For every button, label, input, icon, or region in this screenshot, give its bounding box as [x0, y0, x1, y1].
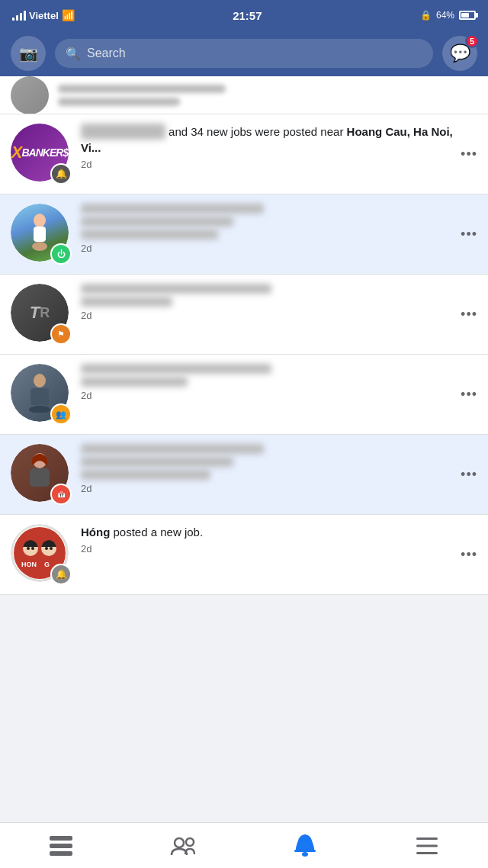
svg-rect-18	[50, 851, 72, 856]
notif-text-man: blurred text line one blurred text line …	[81, 364, 454, 387]
messenger-button[interactable]: 💬 5	[442, 36, 477, 71]
status-time: 21:57	[233, 9, 262, 22]
signal-bar-3	[20, 13, 22, 21]
more-button-tr[interactable]: •••	[461, 307, 477, 323]
svg-rect-4	[30, 388, 49, 405]
more-button-xbankers[interactable]: •••	[461, 146, 477, 162]
svg-point-10	[31, 547, 34, 550]
battery-percent: 64%	[436, 10, 454, 21]
notif-name-hong: Hóng	[81, 526, 110, 538]
more-button-hong[interactable]: •••	[461, 547, 477, 563]
notif-text-tr: blurred text line one blurred text line …	[81, 284, 454, 307]
notif-time-hong: 2d	[81, 543, 454, 555]
nav-item-menu[interactable]	[366, 823, 488, 868]
search-bar[interactable]: 🔍 Search	[55, 39, 433, 68]
bottom-navigation	[0, 822, 488, 868]
badge-power-girl: ⏻	[50, 243, 72, 265]
notif-time-xbankers: 2d	[81, 159, 454, 170]
carrier-name: Viettel	[29, 10, 59, 21]
notification-item-woman[interactable]: 📅 blurred text line one blurred text lin…	[0, 435, 488, 515]
svg-point-5	[29, 406, 50, 413]
badge-bell-xbankers: 🔔	[50, 163, 72, 185]
camera-icon: 📷	[19, 44, 38, 63]
avatar-wrapper-hong: HON G 🔔	[11, 524, 72, 585]
girl-silhouette-icon	[24, 213, 55, 252]
more-button-girl[interactable]: •••	[461, 227, 477, 243]
notif-time-girl: 2d	[81, 243, 454, 254]
newsfeed-icon	[50, 836, 72, 856]
badge-flag-tr: ⚑	[50, 323, 72, 345]
svg-point-3	[34, 374, 46, 387]
svg-rect-24	[416, 844, 438, 847]
menu-icon	[416, 837, 438, 854]
svg-text:G: G	[44, 561, 50, 568]
search-icon: 🔍	[66, 47, 81, 61]
notif-content-man: blurred text line one blurred text line …	[81, 364, 477, 401]
status-left: Viettel 📶	[12, 9, 75, 21]
svg-rect-17	[50, 844, 72, 848]
svg-point-19	[175, 838, 184, 847]
notif-time-woman: 2d	[81, 483, 454, 494]
svg-rect-23	[416, 837, 438, 840]
svg-point-12	[45, 547, 48, 550]
partial-avatar	[11, 76, 49, 114]
notif-content-woman: blurred text line one blurred text line …	[81, 444, 477, 494]
svg-point-13	[50, 547, 53, 550]
svg-rect-21	[294, 850, 316, 852]
more-button-woman[interactable]: •••	[461, 467, 477, 483]
notif-text-girl: blurred text line one blurred text line …	[81, 204, 454, 240]
notification-item-tr[interactable]: T R ⚑ blurred text line one blurred text…	[0, 275, 488, 355]
partial-top-item	[0, 76, 488, 114]
notif-text-woman: blurred text line one blurred text line …	[81, 444, 454, 480]
man-silhouette-icon	[23, 373, 56, 413]
avatar-wrapper-woman: 📅	[11, 444, 72, 505]
status-bar: Viettel 📶 21:57 🔒 64%	[0, 0, 488, 31]
notif-text-hong: Hóng posted a new job.	[81, 524, 454, 540]
notif-time-man: 2d	[81, 390, 454, 401]
notif-time-tr: 2d	[81, 310, 454, 321]
signal-bar-2	[16, 15, 18, 21]
svg-rect-16	[50, 836, 72, 841]
messenger-badge: 5	[465, 34, 479, 48]
avatar-wrapper-tr: T R ⚑	[11, 284, 72, 345]
notif-content-girl: blurred text line one blurred text line …	[81, 204, 477, 254]
svg-rect-7	[30, 468, 50, 487]
signal-bar-1	[12, 18, 14, 21]
svg-rect-25	[416, 852, 438, 854]
svg-point-9	[27, 547, 30, 550]
badge-bell-hong: 🔔	[50, 564, 72, 585]
more-button-man[interactable]: •••	[461, 387, 477, 403]
avatar-wrapper-xbankers: X BANKER$ 🔔	[11, 124, 72, 185]
wifi-icon: 📶	[62, 9, 75, 21]
nav-item-newsfeed[interactable]	[0, 823, 122, 868]
notif-content-tr: blurred text line one blurred text line …	[81, 284, 477, 321]
friends-icon	[170, 835, 196, 857]
notification-feed: X BANKER$ 🔔 XBankers Group and 34 new jo…	[0, 76, 488, 595]
avatar-wrapper-man: 👥	[11, 364, 72, 425]
notif-text-xbankers: XBankers Group and 34 new jobs were post…	[81, 124, 454, 156]
status-right: 🔒 64%	[420, 10, 476, 21]
svg-text:HON: HON	[21, 561, 37, 568]
svg-point-22	[302, 852, 308, 857]
battery-indicator	[459, 11, 476, 20]
notification-item-xbankers[interactable]: X BANKER$ 🔔 XBankers Group and 34 new jo…	[0, 114, 488, 194]
camera-button[interactable]: 📷	[11, 36, 46, 71]
nav-item-notifications[interactable]	[244, 823, 366, 868]
notification-item-girl[interactable]: ⏻ blurred text line one blurred text lin…	[0, 194, 488, 275]
notif-action-hong: posted a new job.	[114, 526, 204, 538]
badge-group-man: 👥	[50, 403, 72, 425]
signal-bars	[12, 10, 26, 21]
notification-item-hong[interactable]: HON G 🔔 Hóng posted a new job. 2d •••	[0, 515, 488, 595]
notif-content-xbankers: XBankers Group and 34 new jobs were post…	[81, 124, 477, 170]
blurred-name-xbankers: XBankers Group	[81, 124, 165, 140]
battery-fill	[461, 13, 469, 18]
badge-calendar-woman: 📅	[50, 484, 72, 505]
battery-icon	[459, 11, 476, 20]
app-header: 📷 🔍 Search 💬 5	[0, 31, 488, 76]
svg-point-0	[34, 214, 46, 227]
search-placeholder: Search	[87, 47, 126, 60]
notification-item-man[interactable]: 👥 blurred text line one blurred text lin…	[0, 355, 488, 435]
nav-item-friends[interactable]	[122, 823, 244, 868]
notifications-bell-icon	[294, 834, 316, 857]
notif-content-hong: Hóng posted a new job. 2d	[81, 524, 477, 555]
